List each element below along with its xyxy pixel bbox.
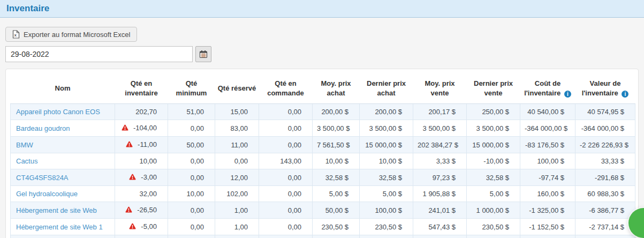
column-header-3: Qté réservé (215, 73, 259, 104)
table-row: Hébergement de site Web-26,500,001,000,0… (11, 202, 635, 219)
cell-qt-en-inventaire: 10,00 (115, 153, 168, 169)
cell-qt-minimum: 50,00 (168, 137, 215, 153)
cell-qt-en-commande: 10,00 (259, 235, 313, 238)
table-row: Bardeau goudron-104,000,0083,000,003 500… (11, 120, 635, 137)
cell-dernier-prix-achat: 15 000,00 $ (360, 137, 413, 153)
product-link[interactable]: Cactus (16, 157, 37, 165)
cell-valeur-de-l-inventaire: 2 129,92 $ (575, 235, 635, 238)
cell-valeur-de-l-inventaire: -2 226 226,93 $ (575, 137, 635, 153)
product-link[interactable]: Hébergement de site Web 1 (16, 223, 103, 231)
product-link[interactable]: Appareil photo Canon EOS (16, 108, 100, 116)
cell-co-t-de-l-inventaire: -1 152,50 $ (520, 219, 575, 235)
table-header-row: NomQté en inventaireQté minimumQté réser… (11, 73, 635, 104)
table-row: Appareil photo Canon EOS202,7051,0015,00… (11, 104, 635, 120)
cell-moy-prix-vente: 547,43 $ (413, 219, 467, 235)
cell-moy-prix-achat: 1 530,00 $ (313, 235, 360, 238)
cell-moy-prix-achat: 230,50 $ (313, 219, 360, 235)
warning-icon (129, 223, 136, 231)
column-header-label: Nom (55, 84, 71, 92)
column-header-6: Dernier prix achat (360, 73, 413, 104)
cell-dernier-prix-achat: 3 500,00 $ (360, 120, 413, 137)
column-header-label: Moy. prix achat (321, 79, 351, 97)
column-header-10: Valeur de l'inventaire i (575, 73, 635, 104)
product-link[interactable]: CT4G4SFS824A (16, 174, 69, 182)
column-header-4: Qté en commande (259, 73, 313, 104)
cell-valeur-de-l-inventaire: -364 000,00 $ (575, 120, 635, 137)
product-link[interactable]: Gel hydroalcoolique (16, 190, 78, 198)
warning-icon (122, 124, 128, 132)
calendar-icon (199, 50, 208, 58)
cell-moy-prix-achat: 32,58 $ (313, 169, 360, 186)
warning-icon (129, 174, 136, 182)
cell-qt-en-inventaire: -3,00 (115, 169, 168, 186)
cell-qt-minimum: 10,00 (168, 186, 215, 202)
cell-qt-minimum: 0,00 (168, 120, 215, 137)
cell-moy-prix-achat: 50,00 $ (313, 202, 360, 219)
cell-dernier-prix-achat: 5,00 $ (360, 186, 413, 202)
product-name-cell: Gel hydroalcoolique (11, 186, 115, 202)
info-icon[interactable]: i (564, 91, 571, 98)
excel-file-icon: x (12, 30, 20, 39)
product-link[interactable]: Bardeau goudron (16, 124, 70, 132)
warning-icon (125, 206, 132, 214)
cell-valeur-de-l-inventaire: 33,33 $ (575, 153, 635, 169)
cell-dernier-prix-achat: 32,58 $ (360, 169, 413, 186)
cell-moy-prix-vente: 202 384,27 $ (413, 137, 467, 153)
product-name-cell: Appareil photo Canon EOS (11, 104, 115, 120)
page-header: Inventaire (0, 0, 644, 18)
column-header-label: Dernier prix vente (474, 79, 513, 97)
column-header-5: Moy. prix achat (313, 73, 360, 104)
cell-moy-prix-vente: 200,17 $ (413, 104, 467, 120)
cell-co-t-de-l-inventaire: 331 092,00 $ (520, 235, 575, 238)
export-excel-label: Exporter au format Microsoft Excel (24, 31, 130, 39)
cell-valeur-de-l-inventaire: -2 737,14 $ (575, 219, 635, 235)
cell-co-t-de-l-inventaire: 160,00 $ (520, 186, 575, 202)
column-header-label: Moy. prix vente (425, 79, 454, 97)
product-name-cell: CT4G4SFS824A (11, 169, 115, 186)
date-filter (5, 46, 644, 62)
product-link[interactable]: Hébergement de site Web (16, 206, 97, 214)
product-name-cell: Hébergement de site Web (11, 202, 115, 219)
cell-dernier-prix-achat: 200,00 $ (360, 104, 413, 120)
export-excel-button[interactable]: x Exporter au format Microsoft Excel (5, 27, 137, 42)
product-link[interactable]: BMW (16, 141, 33, 149)
cell-moy-prix-vente: 0,84 $ (413, 235, 467, 238)
cell-moy-prix-achat: 7 561,50 $ (313, 137, 360, 153)
cell-co-t-de-l-inventaire: -364 000,00 $ (520, 120, 575, 137)
warning-icon (126, 141, 133, 149)
cell-dernier-prix-vente: 3 500,00 $ (467, 120, 520, 137)
cell-valeur-de-l-inventaire: 60 988,30 $ (575, 186, 635, 202)
cell-co-t-de-l-inventaire: -97,74 $ (520, 169, 575, 186)
date-input[interactable] (5, 46, 193, 62)
cell-qt-minimum: 0,00 (168, 169, 215, 186)
cell-qt-en-inventaire: -26,50 (115, 202, 168, 219)
cell-qt-r-serv-: 11,00 (215, 137, 259, 153)
cell-dernier-prix-vente: 5,00 $ (467, 186, 520, 202)
calendar-button[interactable] (195, 46, 211, 62)
cell-qt-r-serv-: 15,00 (215, 104, 259, 120)
cell-dernier-prix-achat: 230,50 $ (360, 219, 413, 235)
cell-moy-prix-achat: 200,00 $ (313, 104, 360, 120)
cell-co-t-de-l-inventaire: 100,00 $ (520, 153, 575, 169)
cell-qt-minimum: 0,00 (168, 235, 215, 238)
cell-qt-minimum: 51,00 (168, 104, 215, 120)
column-header-label: Qté minimum (176, 79, 207, 97)
cell-qt-en-inventaire: 32,00 (115, 186, 168, 202)
cell-valeur-de-l-inventaire: -291,68 $ (575, 169, 635, 186)
column-header-0: Nom (11, 73, 115, 104)
table-row: Gel hydroalcoolique32,0010,00102,000,005… (11, 186, 635, 202)
cell-qt-en-commande: 0,00 (259, 137, 313, 153)
product-name-cell: BMW (11, 137, 115, 153)
table-row: CT4G4SFS824A-3,000,0012,000,0032,58 $32,… (11, 169, 635, 186)
cell-co-t-de-l-inventaire: -83 176,50 $ (520, 137, 575, 153)
cell-dernier-prix-vente: 32,58 $ (467, 169, 520, 186)
cell-dernier-prix-vente: 10,00 $ (467, 235, 520, 238)
cell-qt-en-commande: 0,00 (259, 202, 313, 219)
column-header-label: Coût de l'inventaire (524, 79, 560, 97)
product-name-cell: Kiwili (11, 235, 115, 238)
cell-dernier-prix-achat: 100,00 $ (360, 202, 413, 219)
cell-qt-en-inventaire: -11,00 (115, 137, 168, 153)
cell-moy-prix-vente: 1 905,88 $ (413, 186, 467, 202)
info-icon[interactable]: i (622, 91, 628, 98)
column-header-9: Coût de l'inventaire i (520, 73, 575, 104)
